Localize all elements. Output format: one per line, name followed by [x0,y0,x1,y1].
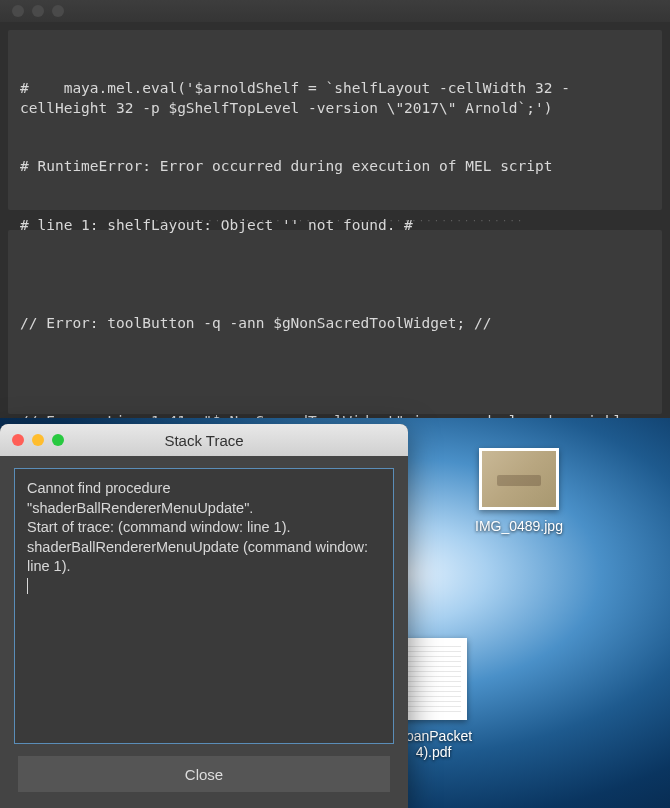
console-line: # maya.mel.eval('$arnoldShelf = `shelfLa… [20,79,650,118]
stack-trace-dialog: Stack Trace Cannot find procedure "shade… [0,424,408,808]
close-icon[interactable] [12,434,24,446]
dialog-titlebar[interactable]: Stack Trace [0,424,408,456]
close-button[interactable]: Close [18,756,390,792]
minimize-icon[interactable] [32,434,44,446]
text-cursor [27,578,28,594]
pdf-thumbnail-icon [401,638,467,720]
zoom-icon[interactable] [52,434,64,446]
main-titlebar[interactable] [0,0,670,22]
file-label: IMG_0489.jpg [475,518,563,534]
zoom-icon[interactable] [52,5,64,17]
console-output[interactable]: # maya.mel.eval('$arnoldShelf = `shelfLa… [8,30,662,210]
dialog-title: Stack Trace [164,432,243,449]
script-editor-window: # maya.mel.eval('$arnoldShelf = `shelfLa… [0,0,670,418]
console-line: # RuntimeError: Error occurred during ex… [20,157,650,177]
close-icon[interactable] [12,5,24,17]
stack-trace-text[interactable]: Cannot find procedure "shaderBallRendere… [14,468,394,744]
image-thumbnail-icon [479,448,559,510]
minimize-icon[interactable] [32,5,44,17]
dialog-body: Cannot find procedure "shaderBallRendere… [0,456,408,808]
desktop-file-image[interactable]: IMG_0489.jpg [475,448,563,534]
